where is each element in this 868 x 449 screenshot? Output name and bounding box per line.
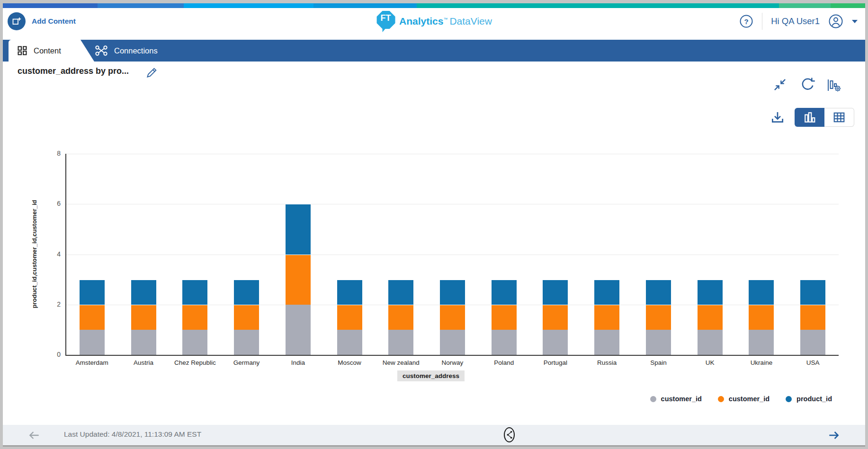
bar-segment[interactable] (337, 330, 362, 355)
footer-bar: Last Updated: 4/8/2021, 11:13:09 AM EST (3, 425, 865, 445)
bar-segment[interactable] (440, 330, 465, 355)
bar-segment[interactable] (698, 305, 723, 330)
share-icon (506, 430, 513, 440)
x-tick-label: Austria (118, 359, 170, 366)
legend-label: customer_id (729, 395, 770, 403)
bar-segment[interactable] (594, 305, 619, 330)
bar-segment[interactable] (440, 305, 465, 330)
bar-segment[interactable] (80, 330, 105, 355)
bar-segment[interactable] (646, 280, 671, 305)
bar-segment[interactable] (646, 330, 671, 355)
app-window: Add Content FT Analytics ™ DataView ? (3, 3, 865, 445)
legend-label: product_id (796, 395, 832, 403)
bar-segment[interactable] (492, 305, 517, 330)
bar-segment[interactable] (698, 330, 723, 355)
x-tick-label: Russia (581, 359, 633, 366)
gridline (66, 255, 839, 255)
bar-segment[interactable] (543, 305, 568, 330)
bar-segment[interactable] (594, 330, 619, 355)
x-tick-label: Moscow (324, 359, 376, 366)
bar-segment[interactable] (749, 280, 774, 305)
y-tick-label: 8 (47, 150, 61, 157)
bar-segment[interactable] (388, 305, 413, 330)
legend-dot (650, 396, 656, 402)
x-tick-label: Portugal (530, 359, 582, 366)
x-tick-label: Spain (633, 359, 684, 366)
x-axis-line (65, 355, 839, 356)
bar-segment[interactable] (286, 204, 311, 254)
bar-segment[interactable] (543, 280, 568, 305)
bar-segment[interactable] (131, 330, 156, 355)
bar-segment[interactable] (80, 280, 105, 305)
bar-segment[interactable] (749, 330, 774, 355)
arrow-left-icon (27, 429, 41, 442)
bar-segment[interactable] (800, 330, 825, 355)
bar-segment[interactable] (388, 280, 413, 305)
x-tick-label: USA (787, 359, 839, 366)
bar-segment[interactable] (492, 330, 517, 355)
bar-segment[interactable] (234, 305, 259, 330)
x-tick-label: UK (684, 359, 736, 366)
x-tick-label: Amsterdam (66, 359, 118, 366)
legend-label: customer_id (661, 395, 702, 403)
bar-segment[interactable] (749, 305, 774, 330)
legend-dot (718, 396, 724, 402)
bar-segment[interactable] (182, 330, 207, 355)
legend-dot (786, 396, 792, 402)
bar-segment[interactable] (594, 280, 619, 305)
x-tick-label: Chez Republic (169, 359, 221, 366)
gridline (66, 204, 839, 204)
bar-segment[interactable] (286, 305, 311, 355)
bar-segment[interactable] (234, 280, 259, 305)
arrow-right-icon (827, 429, 841, 442)
bar-segment[interactable] (286, 255, 311, 305)
back-button[interactable] (27, 429, 41, 442)
y-axis-title: product_id,customer_id,customer_id (31, 200, 38, 308)
bar-segment[interactable] (131, 280, 156, 305)
legend-item[interactable]: product_id (786, 395, 832, 403)
x-tick-label: Germany (221, 359, 272, 366)
gridline (66, 154, 839, 154)
y-axis-line (65, 154, 66, 356)
x-tick-label: New zealand (375, 359, 427, 366)
bar-segment[interactable] (800, 305, 825, 330)
bar-segment[interactable] (131, 305, 156, 330)
chart-area: product_id,customer_id,customer_id custo… (3, 3, 865, 445)
bar-segment[interactable] (646, 305, 671, 330)
share-button[interactable] (504, 427, 515, 442)
y-tick-label: 4 (47, 250, 61, 258)
x-tick-label: Norway (427, 359, 478, 366)
bar-segment[interactable] (388, 330, 413, 355)
bar-segment[interactable] (80, 305, 105, 330)
y-tick-label: 6 (47, 200, 61, 207)
legend-item[interactable]: customer_id (650, 395, 702, 403)
last-updated-text: Last Updated: 4/8/2021, 11:13:09 AM EST (64, 430, 201, 439)
y-tick-label: 2 (47, 300, 61, 308)
bar-segment[interactable] (182, 305, 207, 330)
bar-segment[interactable] (492, 280, 517, 305)
x-axis-title[interactable]: customer_address (397, 370, 465, 381)
x-tick-label: Poland (478, 359, 530, 366)
bar-segment[interactable] (698, 280, 723, 305)
chart-legend: customer_idcustomer_idproduct_id (650, 395, 832, 403)
legend-item[interactable]: customer_id (718, 395, 770, 403)
y-tick-label: 0 (47, 351, 61, 358)
forward-button[interactable] (827, 429, 841, 442)
bar-segment[interactable] (234, 330, 259, 355)
bar-segment[interactable] (440, 280, 465, 305)
bar-segment[interactable] (337, 305, 362, 330)
bar-segment[interactable] (182, 280, 207, 305)
bar-segment[interactable] (800, 280, 825, 305)
x-tick-label: India (272, 359, 324, 366)
bar-segment[interactable] (543, 330, 568, 355)
x-tick-label: Ukraine (736, 359, 787, 366)
bar-segment[interactable] (337, 280, 362, 305)
